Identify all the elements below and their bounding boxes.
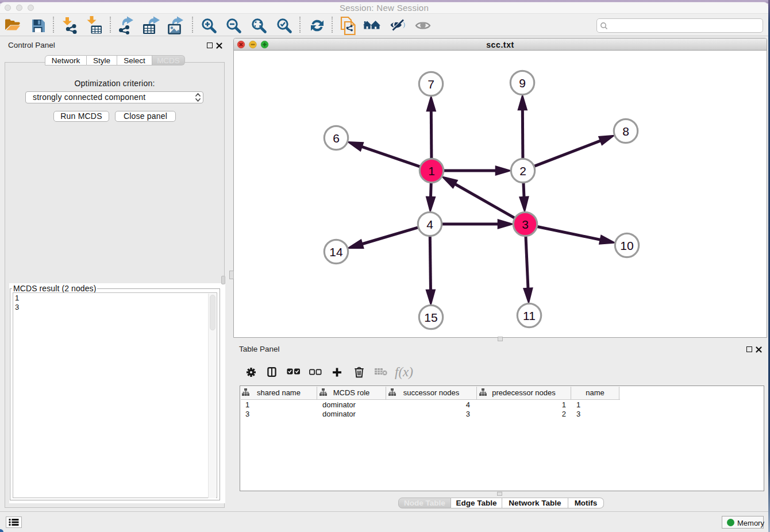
svg-text:11: 11 xyxy=(523,309,536,322)
svg-text:1: 1 xyxy=(428,164,435,178)
svg-text:2: 2 xyxy=(519,164,526,178)
svg-text:6: 6 xyxy=(333,132,340,145)
svg-text:3: 3 xyxy=(522,218,529,231)
svg-text:10: 10 xyxy=(620,239,633,252)
svg-text:7: 7 xyxy=(428,78,434,91)
svg-text:8: 8 xyxy=(622,125,629,138)
svg-text:15: 15 xyxy=(424,311,437,324)
svg-text:14: 14 xyxy=(329,245,343,259)
svg-text:4: 4 xyxy=(426,218,433,231)
svg-text:9: 9 xyxy=(519,76,526,90)
